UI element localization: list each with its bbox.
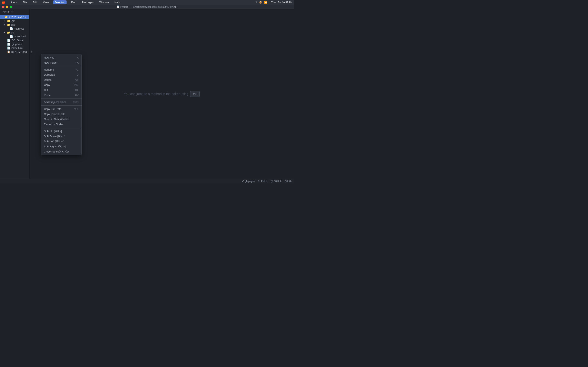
context-menu-new-file[interactable]: New File A — [41, 55, 81, 60]
context-menu-section-edit: Rename F2 Duplicate D Delete ⌫ Copy ⌘C C… — [41, 66, 81, 99]
menu-selection[interactable]: Selection — [53, 0, 67, 4]
context-menu-section-paths: Copy Full Path ^⇧C Copy Project Path Ope… — [41, 106, 81, 128]
context-menu-reveal-finder[interactable]: Reveal in Finder — [41, 122, 81, 127]
titlebar: 📄 Project — ~/Documents/Repositories/su2… — [0, 5, 294, 9]
minimize-button[interactable] — [6, 6, 8, 8]
statusbar-github[interactable]: ⬡ GitHub — [270, 180, 281, 183]
project-icon: 📁 — [4, 16, 8, 18]
context-menu-split-down[interactable]: Split Down [⌘K ↓] — [41, 134, 81, 139]
menu-packages[interactable]: Packages — [81, 0, 95, 4]
menu-edit[interactable]: Edit — [31, 0, 38, 4]
readme-icon: 📋 — [7, 50, 10, 53]
context-menu-duplicate[interactable]: Duplicate D — [41, 72, 81, 77]
chevron-down-icon: ▾ — [4, 31, 7, 34]
context-menu-cut[interactable]: Cut ⌘X — [41, 87, 81, 92]
add-project-folder-shortcut: ⇧⌘O — [72, 101, 79, 104]
context-menu: New File A New Folder ⇧A Rename F2 Dupli… — [41, 54, 82, 155]
close-pane-label: Close Pane [⌘K ⌘W] — [44, 150, 70, 153]
editor-hint-text: You can jump to a method in the editor u… — [124, 92, 189, 96]
context-menu-split-left[interactable]: Split Left [⌘K ←] — [41, 139, 81, 144]
titlebar-text: Project — ~/Documents/Repositories/su202… — [121, 6, 178, 8]
context-menu-open-new-window[interactable]: Open in New Window — [41, 117, 81, 122]
context-menu-section-split: Split Up [⌘K ↑] Split Down [⌘K ↓] Split … — [41, 128, 81, 155]
cut-shortcut: ⌘X — [75, 89, 79, 92]
paste-label: Paste — [44, 94, 51, 97]
file-icon: 📄 — [117, 6, 120, 8]
menubar-battery: 100% — [269, 1, 276, 4]
context-menu-copy[interactable]: Copy ⌘C — [41, 82, 81, 87]
file-icon: 📄 — [7, 39, 10, 42]
git-folder-label: .git — [11, 19, 15, 22]
chevron-down-icon: ▾ — [2, 16, 4, 18]
chevron-right-icon: › — [4, 20, 7, 22]
css-folder-label: css — [11, 23, 15, 26]
add-project-folder-label: Add Project Folder — [44, 100, 66, 104]
file-icon: 📄 — [7, 43, 10, 46]
duplicate-label: Duplicate — [44, 73, 55, 76]
folder-icon: 📁 — [7, 19, 10, 22]
window-title: 📄 Project — ~/Documents/Repositories/su2… — [117, 6, 178, 8]
apple-menu[interactable]: 🍎 — [2, 1, 6, 4]
reveal-finder-label: Reveal in Finder — [44, 123, 63, 126]
statusbar-git[interactable]: Git (0) — [285, 180, 292, 183]
file-icon: 📄 — [10, 27, 13, 30]
branch-label: gh-pages — [245, 180, 255, 183]
project-root[interactable]: ▾ 📁 su2020-avt217 — [0, 15, 29, 19]
menu-view[interactable]: View — [42, 0, 50, 4]
file-icon: 📄 — [10, 35, 13, 38]
menubar-right: 🛡 📦 📶 100% Sat 10:52 AM — [255, 1, 292, 4]
e1-folder[interactable]: ▾ 📁 e1 — [0, 31, 29, 34]
main-css-file[interactable]: 📄 main.css — [0, 27, 29, 31]
open-new-window-label: Open in New Window — [44, 118, 69, 121]
e1-folder-label: e1 — [11, 31, 14, 34]
readme-label: README.md — [11, 50, 27, 53]
menu-find[interactable]: Find — [70, 0, 77, 4]
readme-file[interactable]: 📋 README.md — [0, 50, 29, 54]
statusbar-branch[interactable]: ⎇ gh-pages — [241, 180, 255, 183]
file-icon: 📄 — [7, 47, 10, 50]
git-folder[interactable]: › 📁 .git — [0, 19, 29, 23]
css-folder[interactable]: ▾ 📁 css — [0, 23, 29, 27]
context-menu-rename[interactable]: Rename F2 — [41, 67, 81, 72]
menu-atom[interactable]: Atom — [9, 0, 18, 4]
new-folder-label: New Folder — [44, 61, 57, 64]
main-css-label: main.css — [14, 27, 24, 30]
gitignore-label: .gitignore — [11, 43, 22, 46]
github-label: GitHub — [274, 180, 281, 183]
new-folder-shortcut: ⇧A — [75, 61, 79, 64]
rename-shortcut: F2 — [76, 68, 79, 71]
sidebar-header: Project — [0, 9, 29, 15]
context-menu-copy-full-path[interactable]: Copy Full Path ^⇧C — [41, 106, 81, 111]
traffic-lights — [2, 6, 12, 8]
context-menu-close-pane[interactable]: Close Pane [⌘K ⌘W] — [41, 149, 81, 154]
project-name: su2020-avt217 — [9, 16, 26, 18]
context-menu-split-right[interactable]: Split Right [⌘K →] — [41, 144, 81, 149]
statusbar-right: ⎇ gh-pages ↻ Fetch ⬡ GitHub Git (0) — [241, 180, 292, 183]
context-menu-delete[interactable]: Delete ⌫ — [41, 77, 81, 82]
editor-area: You can jump to a method in the editor u… — [30, 9, 294, 179]
sidebar-collapse-button[interactable]: ‹ — [30, 50, 33, 54]
split-left-label: Split Left [⌘K ←] — [44, 140, 64, 143]
context-menu-add-project-folder[interactable]: Add Project Folder ⇧⌘O — [41, 100, 81, 105]
ds-store-file[interactable]: 📄 .DS_Store — [0, 38, 29, 42]
gitignore-file[interactable]: 📄 .gitignore — [0, 42, 29, 46]
menu-window[interactable]: Window — [98, 0, 110, 4]
maximize-button[interactable] — [10, 6, 12, 8]
statusbar-fetch[interactable]: ↻ Fetch — [258, 180, 267, 183]
e1-index-html-file[interactable]: 📄 index.html — [0, 34, 29, 38]
root-index-html-file[interactable]: 📄 index.html — [0, 46, 29, 50]
context-menu-paste[interactable]: Paste ⌘V — [41, 92, 81, 98]
paste-shortcut: ⌘V — [75, 94, 79, 97]
menu-help[interactable]: Help — [113, 0, 121, 4]
folder-icon: 📁 — [7, 31, 10, 34]
menu-file[interactable]: File — [21, 0, 28, 4]
context-menu-split-up[interactable]: Split Up [⌘K ↑] — [41, 129, 81, 134]
context-menu-copy-project-path[interactable]: Copy Project Path — [41, 111, 81, 117]
split-right-label: Split Right [⌘K →] — [44, 145, 66, 148]
close-button[interactable] — [2, 6, 4, 8]
context-menu-section-new: New File A New Folder ⇧A — [41, 54, 81, 66]
cut-label: Cut — [44, 89, 48, 92]
rename-label: Rename — [44, 68, 54, 71]
delete-shortcut: ⌫ — [75, 78, 79, 81]
context-menu-new-folder[interactable]: New Folder ⇧A — [41, 60, 81, 65]
